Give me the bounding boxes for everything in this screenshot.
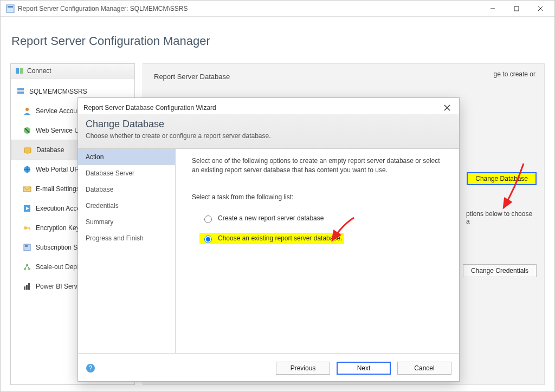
close-button[interactable]: [528, 1, 552, 17]
chart-icon: [23, 282, 31, 291]
radio-create-new-input[interactable]: [204, 215, 212, 223]
wizard-steps: Action Database Server Database Credenti…: [78, 149, 176, 353]
execution-icon: [23, 204, 31, 213]
change-database-button[interactable]: Change Database: [467, 172, 537, 185]
wizard-subheading: Choose whether to create or configure a …: [86, 132, 451, 140]
connect-label: Connect: [27, 67, 51, 75]
radio-choose-existing[interactable]: Choose an existing report server databas…: [199, 233, 344, 244]
svg-rect-20: [24, 244, 30, 251]
minimize-button[interactable]: [481, 1, 505, 17]
change-credentials-button[interactable]: Change Credentials: [463, 264, 537, 277]
window-titlebar: Report Server Configuration Manager: SQL…: [1, 1, 554, 17]
radio-create-new[interactable]: Create a new report server database: [202, 214, 446, 223]
svg-rect-7: [20, 68, 23, 74]
globe-icon: [23, 165, 31, 174]
wizard-footer: ? Previous Next Cancel: [78, 353, 459, 382]
wizard-task-label: Select a task from the following list:: [192, 193, 446, 201]
window-controls: [481, 1, 552, 17]
svg-rect-1: [8, 6, 13, 8]
mail-icon: [23, 185, 31, 193]
svg-rect-26: [26, 285, 28, 290]
wizard-heading: Change Database: [86, 119, 451, 130]
hint-fragment-options: ptions below to choose a: [466, 210, 537, 225]
wizard-step-credentials[interactable]: Credentials: [78, 198, 175, 214]
next-button[interactable]: Next: [337, 362, 391, 375]
svg-rect-21: [25, 245, 28, 247]
user-icon: [23, 107, 31, 115]
sidebar-item-label: Database: [36, 146, 64, 154]
subscription-icon: [23, 243, 31, 252]
wizard-title: Report Server Database Configuration Wiz…: [83, 104, 441, 112]
sidebar-item-label: Encryption Keys: [36, 224, 83, 232]
svg-rect-19: [29, 227, 30, 230]
wizard-header: Change Database Choose whether to create…: [78, 114, 459, 149]
radio-create-new-label: Create a new report server database: [218, 214, 324, 222]
main-window: Report Server Configuration Manager: SQL…: [0, 0, 555, 392]
svg-rect-9: [17, 92, 24, 94]
wizard-titlebar: Report Server Database Configuration Wiz…: [78, 98, 459, 114]
database-icon: [23, 146, 32, 154]
radio-choose-existing-input[interactable]: [204, 236, 212, 243]
wizard-step-summary[interactable]: Summary: [78, 214, 175, 230]
wizard-intro-text: Select one of the following options to c…: [192, 156, 446, 175]
main-panel-title: Report Server Database: [153, 69, 534, 90]
svg-rect-27: [28, 283, 30, 290]
svg-rect-25: [24, 286, 25, 290]
app-icon: [6, 4, 15, 13]
key-icon: [23, 224, 31, 232]
previous-button[interactable]: Previous: [276, 362, 330, 375]
wizard-step-database-server[interactable]: Database Server: [78, 165, 175, 181]
radio-choose-existing-label: Choose an existing report server databas…: [218, 234, 342, 242]
sidebar-item-label: Service Account: [36, 107, 82, 115]
wizard-step-database[interactable]: Database: [78, 181, 175, 198]
maximize-button[interactable]: [505, 1, 528, 17]
connect-icon: [15, 67, 24, 75]
wizard-content: Select one of the following options to c…: [176, 149, 459, 353]
connect-header[interactable]: Connect: [11, 64, 134, 79]
wizard-close-button[interactable]: [441, 101, 454, 114]
globe-link-icon: [23, 126, 31, 135]
svg-text:?: ?: [89, 364, 93, 372]
server-icon: [16, 87, 25, 96]
sidebar-item-label: E-mail Settings: [36, 185, 80, 193]
wizard-step-action[interactable]: Action: [78, 149, 175, 165]
svg-rect-8: [17, 88, 24, 90]
sidebar-item-label: Web Portal URL: [36, 166, 82, 173]
window-title: Report Server Configuration Manager: SQL…: [18, 5, 481, 12]
hint-fragment-create: ge to create or: [494, 70, 535, 78]
wizard-dialog: Report Server Database Configuration Wiz…: [78, 97, 460, 382]
svg-rect-6: [16, 68, 19, 74]
wizard-step-progress[interactable]: Progress and Finish: [78, 230, 175, 246]
svg-rect-3: [514, 6, 519, 11]
cancel-button[interactable]: Cancel: [397, 362, 451, 375]
svg-point-10: [25, 108, 29, 111]
page-title: Report Server Configuration Manager: [11, 34, 545, 48]
sidebar-server-label: SQLMEMCM\SSRS: [29, 88, 87, 95]
scale-out-icon: [23, 263, 31, 271]
help-icon[interactable]: ?: [86, 363, 95, 373]
